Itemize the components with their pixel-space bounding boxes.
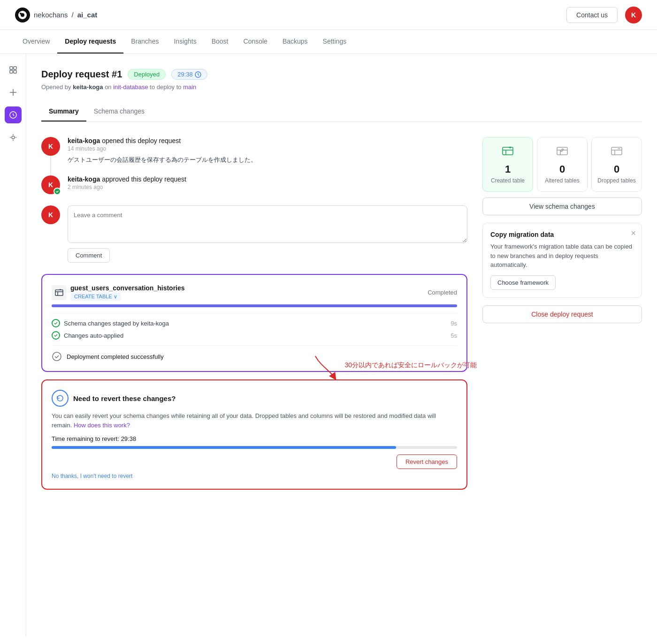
svg-point-11	[53, 352, 61, 361]
revert-header: Need to revert these changes?	[52, 390, 457, 407]
nav-console[interactable]: Console	[236, 30, 275, 53]
stat-number-altered: 0	[559, 163, 565, 175]
comment-button[interactable]: Comment	[68, 248, 110, 263]
header-left: nekochans / ai_cat	[15, 8, 97, 23]
breadcrumb-separator: /	[72, 11, 74, 19]
step-left-1: Schema changes staged by keita-koga	[52, 319, 169, 327]
nav-overview[interactable]: Overview	[15, 30, 57, 53]
step-label-1: Schema changes staged by keita-koga	[64, 320, 169, 327]
stats-row: 1 Created table 0 Altered tables	[482, 137, 642, 192]
nav-settings[interactable]: Settings	[315, 30, 354, 53]
migration-title: guest_users_conversation_histories CREAT…	[52, 284, 185, 301]
table-icon	[52, 285, 67, 300]
revert-section: Need to revert these changes? You can ea…	[41, 379, 467, 490]
stat-label-created: Created table	[491, 177, 525, 184]
annotation: 30分以内であれば安全にロールバックが可能	[311, 351, 477, 379]
tab-schema-changes[interactable]: Schema changes	[86, 102, 152, 121]
app-logo[interactable]	[15, 8, 30, 23]
step-time-2: 5s	[451, 332, 457, 339]
status-badge: Deployed	[128, 69, 166, 80]
revert-progress	[52, 446, 457, 449]
revert-timer: Time remaining to revert: 29:38	[52, 435, 457, 442]
progress-bar-wrap	[52, 304, 457, 307]
close-deploy-button[interactable]: Close deploy request	[482, 305, 642, 323]
comment-area: K Comment	[41, 205, 467, 263]
migration-table-name: guest_users_conversation_histories	[70, 284, 185, 292]
revert-card: Need to revert these changes? You can ea…	[41, 379, 467, 490]
table-minus-icon	[610, 145, 623, 159]
comment-input[interactable]	[68, 205, 467, 243]
step-left-2: Changes auto-applied	[52, 331, 123, 340]
org-name[interactable]: nekochans	[34, 11, 68, 19]
check-badge	[53, 188, 61, 195]
copy-migration-title: Copy migration data	[490, 231, 634, 238]
breadcrumb: nekochans / ai_cat	[34, 11, 97, 19]
tool-icon-1[interactable]	[5, 61, 22, 78]
stat-altered-table: 0 Altered tables	[537, 137, 588, 192]
activity-user-2: keita-koga	[68, 175, 100, 183]
nav-deploy-requests[interactable]: Deploy requests	[57, 30, 123, 53]
revert-title: Need to revert these changes?	[73, 394, 176, 402]
header: nekochans / ai_cat Contact us K	[0, 0, 657, 30]
no-revert-link[interactable]: No thanks, I won't need to revert	[52, 473, 457, 479]
avatar-1: K	[41, 137, 60, 156]
branch-link[interactable]: init-database	[113, 83, 148, 91]
tool-icon-active[interactable]	[5, 106, 22, 123]
migration-info: guest_users_conversation_histories CREAT…	[70, 284, 185, 301]
svg-rect-3	[10, 67, 13, 69]
table-edit-icon	[556, 145, 569, 159]
target-link[interactable]: main	[183, 83, 196, 91]
nav-backups[interactable]: Backups	[275, 30, 315, 53]
tool-icon-2[interactable]	[5, 84, 22, 101]
stat-label-altered: Altered tables	[545, 177, 579, 184]
migration-steps: Schema changes staged by keita-koga 9s	[52, 313, 457, 340]
choose-framework-button[interactable]: Choose framework	[490, 275, 556, 290]
avatar-2: K	[41, 175, 60, 194]
tool-icon-4[interactable]	[5, 129, 22, 146]
create-table-badge: CREATE TABLE ∨	[70, 293, 121, 301]
svg-rect-10	[55, 290, 63, 295]
step-label-2: Changes auto-applied	[64, 332, 123, 339]
activity-comment-1: ゲストユーザーの会話履歴を保存する為のテーブルを作成しました。	[68, 156, 467, 164]
revert-actions: Revert changes	[52, 455, 457, 469]
close-copy-migration-button[interactable]: ×	[631, 229, 636, 237]
svg-rect-12	[503, 147, 513, 155]
time-badge: 29:38	[171, 69, 207, 80]
avatar-commenter: K	[41, 205, 60, 224]
copy-migration-description: Your framework's migration table data ca…	[490, 242, 634, 270]
activity-time-2: 2 minutes ago	[68, 184, 467, 190]
activity-time-1: 14 minutes ago	[68, 145, 467, 152]
header-right: Contact us K	[566, 7, 642, 23]
detail-tabs: Summary Schema changes	[41, 102, 642, 122]
comment-content: Comment	[68, 205, 467, 263]
revert-description: You can easily revert your schema change…	[52, 411, 457, 430]
activity-item-2: K keita-koga	[41, 175, 467, 194]
activity-item-1: K keita-koga opened this deploy request …	[41, 137, 467, 164]
two-col-layout: K keita-koga opened this deploy request …	[41, 137, 642, 490]
stat-created-table: 1 Created table	[482, 137, 533, 192]
svg-point-2	[20, 13, 22, 15]
nav-boost[interactable]: Boost	[204, 30, 236, 53]
main-nav: Overview Deploy requests Branches Insigh…	[0, 30, 657, 54]
stat-dropped-table: 0 Dropped tables	[591, 137, 642, 192]
stat-number-created: 1	[505, 163, 511, 175]
migration-header: guest_users_conversation_histories CREAT…	[52, 284, 457, 301]
deploy-header: Deploy request #1 Deployed 29:38 Opened …	[41, 69, 642, 91]
view-schema-button[interactable]: View schema changes	[482, 197, 642, 215]
page-title: Deploy request #1	[41, 69, 122, 80]
contact-us-button[interactable]: Contact us	[566, 7, 618, 23]
revert-changes-button[interactable]: Revert changes	[397, 455, 457, 469]
step-time-1: 9s	[451, 320, 457, 327]
nav-insights[interactable]: Insights	[166, 30, 204, 53]
svg-rect-6	[14, 70, 16, 73]
project-name[interactable]: ai_cat	[77, 11, 98, 19]
nav-branches[interactable]: Branches	[123, 30, 166, 53]
migration-step-1: Schema changes staged by keita-koga 9s	[52, 319, 457, 327]
how-does-this-work-link[interactable]: How does this work?	[74, 422, 130, 429]
left-col: K keita-koga opened this deploy request …	[41, 137, 467, 490]
activity-action-2: approved this deploy request	[102, 175, 186, 183]
stat-number-dropped: 0	[614, 163, 619, 175]
stat-label-dropped: Dropped tables	[597, 177, 635, 184]
tab-summary[interactable]: Summary	[41, 102, 86, 121]
user-avatar[interactable]: K	[625, 7, 642, 23]
